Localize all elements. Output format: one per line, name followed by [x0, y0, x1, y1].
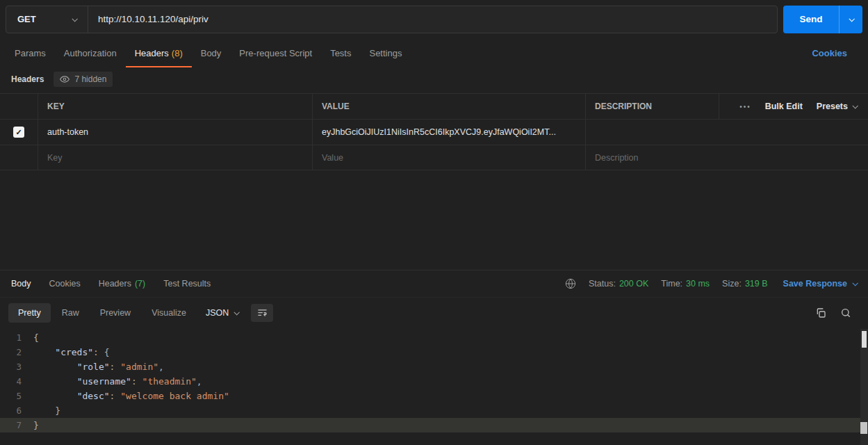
status-indicator: Status: 200 OK — [589, 279, 648, 289]
url-group: GET — [6, 6, 778, 33]
line-number: 3 — [0, 359, 33, 374]
line-number: 1 — [0, 330, 33, 345]
code-line: 3 "role": "admin", — [0, 359, 868, 374]
time-label: Time: — [661, 279, 682, 289]
chevron-down-icon — [72, 16, 77, 22]
language-label: JSON — [206, 308, 229, 318]
method-label: GET — [17, 14, 36, 24]
tab-params-label: Params — [15, 48, 46, 58]
value-cell[interactable]: eyJhbGciOiJIUzI1NiIsInR5cCI6IkpXVCJ9.eyJ… — [313, 120, 586, 145]
time-indicator: Time: 30 ms — [661, 279, 710, 289]
column-header-description: DESCRIPTION — [586, 94, 719, 119]
tab-body-label: Body — [201, 48, 222, 58]
code-line: 2 "creds": { — [0, 345, 868, 359]
response-tab-body-label: Body — [11, 279, 31, 289]
bulk-edit-button[interactable]: Bulk Edit — [765, 102, 803, 111]
send-button[interactable]: Send — [783, 6, 839, 33]
headers-table: KEY VALUE DESCRIPTION ••• Bulk Edit Pres… — [0, 93, 868, 170]
line-number: 5 — [0, 389, 33, 403]
more-actions-icon[interactable]: ••• — [739, 103, 751, 111]
tab-params[interactable]: Params — [6, 38, 55, 67]
response-body-viewer: 1 { 2 "creds": { 3 "role": "admin", 4 "u… — [0, 327, 868, 445]
tab-pre-request-script[interactable]: Pre-request Script — [230, 38, 321, 67]
request-tabs: Params Authorization Headers (8) Body Pr… — [0, 38, 868, 67]
send-options-button[interactable] — [839, 6, 862, 33]
view-tab-raw[interactable]: Raw — [52, 303, 89, 323]
tab-tests-label: Tests — [330, 48, 351, 58]
wrap-lines-button[interactable] — [251, 304, 273, 322]
table-header-row: KEY VALUE DESCRIPTION ••• Bulk Edit Pres… — [0, 93, 868, 119]
cookies-link[interactable]: Cookies — [812, 48, 862, 58]
code-line: 4 "username": "theadmin", — [0, 374, 868, 389]
time-value: 30 ms — [686, 279, 710, 289]
checkbox-cell — [0, 145, 38, 170]
search-icon — [840, 307, 851, 318]
line-number: 4 — [0, 374, 33, 389]
search-button[interactable] — [840, 307, 851, 318]
language-dropdown[interactable]: JSON — [206, 308, 238, 318]
response-tab-headers[interactable]: Headers (7) — [99, 279, 146, 289]
checkbox-cell: ✓ — [0, 120, 38, 145]
globe-icon[interactable] — [565, 278, 576, 289]
row-checkbox[interactable]: ✓ — [13, 127, 24, 138]
description-cell[interactable] — [586, 120, 868, 145]
response-tab-body[interactable]: Body — [11, 279, 31, 289]
hidden-headers-toggle[interactable]: 7 hidden — [54, 72, 113, 87]
table-actions: ••• Bulk Edit Presets — [719, 94, 868, 119]
code-line: 6 } — [0, 403, 868, 418]
status-value: 200 OK — [619, 279, 648, 289]
vertical-scrollbar-thumb[interactable] — [862, 331, 867, 348]
response-headers-count-badge: (7) — [135, 279, 145, 289]
response-tab-cookies-label: Cookies — [49, 279, 81, 289]
value-cell-placeholder[interactable]: Value — [313, 145, 586, 170]
headers-count-badge: (8) — [172, 48, 183, 58]
chevron-down-icon — [852, 280, 858, 286]
status-label: Status: — [589, 279, 616, 289]
copy-button[interactable] — [815, 307, 826, 318]
code-line: 1 { — [0, 330, 868, 345]
column-header-value: VALUE — [313, 94, 586, 119]
key-cell[interactable]: auth-token — [38, 120, 313, 145]
table-row-empty: Key Value Description — [0, 145, 868, 170]
horizontal-scrollbar-thumb[interactable] — [860, 422, 867, 434]
response-view-toolbar: Pretty Raw Preview Visualize JSON — [0, 297, 868, 327]
response-toolbar-right — [815, 307, 860, 318]
column-header-key: KEY — [38, 94, 313, 119]
response-meta: Status: 200 OK Time: 30 ms Size: 319 B S… — [565, 278, 857, 289]
table-row: ✓ auth-token eyJhbGciOiJIUzI1NiIsInR5cCI… — [0, 119, 868, 145]
chevron-down-icon — [849, 16, 854, 22]
tab-headers-label: Headers — [135, 48, 169, 58]
tab-headers[interactable]: Headers (8) — [126, 38, 192, 67]
response-tab-cookies[interactable]: Cookies — [49, 279, 81, 289]
line-number: 2 — [0, 345, 33, 359]
size-value: 319 B — [745, 279, 768, 289]
save-response-button[interactable]: Save Response — [783, 279, 857, 289]
view-tab-visualize[interactable]: Visualize — [142, 303, 196, 323]
request-bar: GET Send — [0, 0, 868, 38]
response-tab-test-results[interactable]: Test Results — [163, 279, 211, 289]
presets-dropdown[interactable]: Presets — [817, 102, 857, 111]
tab-settings[interactable]: Settings — [360, 38, 411, 67]
view-tab-pretty[interactable]: Pretty — [8, 303, 51, 323]
size-label: Size: — [722, 279, 742, 289]
save-response-label: Save Response — [783, 279, 847, 289]
response-panel: Body Cookies Headers (7) Test Results St… — [0, 270, 868, 445]
tab-settings-label: Settings — [369, 48, 402, 58]
tab-body[interactable]: Body — [192, 38, 231, 67]
description-cell-placeholder[interactable]: Description — [586, 145, 868, 170]
url-input[interactable] — [88, 6, 777, 33]
hidden-headers-label: 7 hidden — [74, 74, 106, 84]
tab-authorization[interactable]: Authorization — [55, 38, 126, 67]
size-indicator: Size: 319 B — [722, 279, 767, 289]
response-tab-headers-label: Headers — [99, 279, 131, 289]
tab-tests[interactable]: Tests — [321, 38, 360, 67]
send-button-group: Send — [783, 6, 862, 33]
line-number: 6 — [0, 403, 33, 418]
response-tabs: Body Cookies Headers (7) Test Results St… — [0, 270, 868, 297]
line-number: 7 — [0, 418, 33, 432]
key-cell-placeholder[interactable]: Key — [38, 145, 313, 170]
eye-icon — [60, 74, 69, 84]
view-tab-preview[interactable]: Preview — [90, 303, 140, 323]
method-dropdown[interactable]: GET — [6, 6, 88, 33]
presets-label: Presets — [817, 102, 848, 111]
